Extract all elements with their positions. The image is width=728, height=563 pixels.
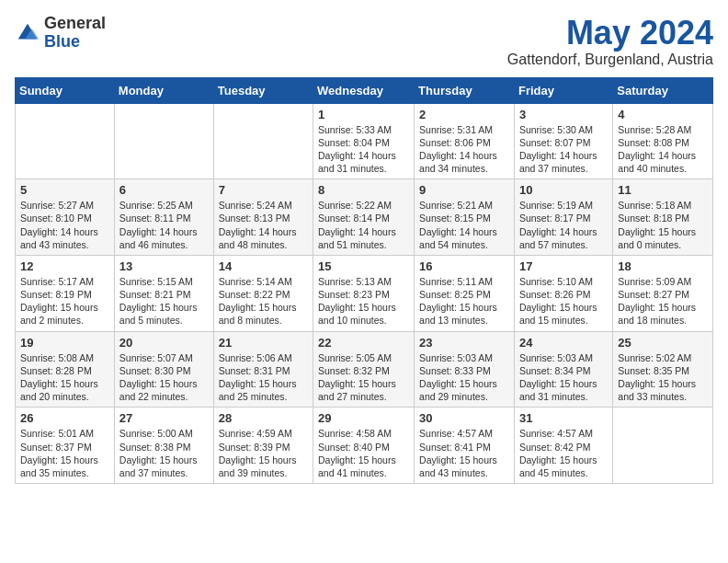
day-info: Sunrise: 5:01 AM Sunset: 8:37 PM Dayligh… [20,427,109,479]
day-info: Sunrise: 5:31 AM Sunset: 8:06 PM Dayligh… [419,123,509,176]
day-info: Sunrise: 5:06 AM Sunset: 8:31 PM Dayligh… [219,351,308,404]
calendar-cell: 11Sunrise: 5:18 AM Sunset: 8:18 PM Dayli… [613,179,713,256]
calendar-cell [213,103,313,179]
day-number: 23 [419,336,509,350]
day-info: Sunrise: 5:07 AM Sunset: 8:30 PM Dayligh… [119,351,209,404]
calendar-cell [613,408,713,484]
day-info: Sunrise: 5:27 AM Sunset: 8:10 PM Dayligh… [20,199,109,251]
day-info: Sunrise: 5:03 AM Sunset: 8:34 PM Dayligh… [519,351,608,404]
day-number: 16 [419,259,509,273]
day-number: 7 [219,183,308,197]
calendar-cell: 12Sunrise: 5:17 AM Sunset: 8:19 PM Dayli… [16,255,115,331]
day-info: Sunrise: 4:59 AM Sunset: 8:39 PM Dayligh… [219,427,308,479]
day-number: 17 [519,259,608,273]
calendar-cell: 9Sunrise: 5:21 AM Sunset: 8:15 PM Daylig… [415,179,515,256]
calendar-title: May 2024 [507,15,713,52]
day-number: 10 [519,183,608,197]
week-row-2: 5Sunrise: 5:27 AM Sunset: 8:10 PM Daylig… [16,179,713,256]
day-info: Sunrise: 5:13 AM Sunset: 8:23 PM Dayligh… [318,275,409,327]
calendar-cell: 31Sunrise: 4:57 AM Sunset: 8:42 PM Dayli… [514,408,612,484]
week-row-1: 1Sunrise: 5:33 AM Sunset: 8:04 PM Daylig… [16,103,713,179]
calendar-cell: 17Sunrise: 5:10 AM Sunset: 8:26 PM Dayli… [514,255,612,331]
calendar-table: SundayMondayTuesdayWednesdayThursdayFrid… [15,77,713,484]
day-number: 25 [618,336,708,350]
calendar-cell: 16Sunrise: 5:11 AM Sunset: 8:25 PM Dayli… [415,255,515,331]
week-row-5: 26Sunrise: 5:01 AM Sunset: 8:37 PM Dayli… [16,408,713,484]
calendar-cell: 28Sunrise: 4:59 AM Sunset: 8:39 PM Dayli… [213,408,313,484]
day-number: 18 [618,259,708,273]
calendar-cell: 22Sunrise: 5:05 AM Sunset: 8:32 PM Dayli… [313,331,415,408]
day-number: 8 [318,183,409,197]
day-info: Sunrise: 5:00 AM Sunset: 8:38 PM Dayligh… [119,427,209,479]
day-info: Sunrise: 5:03 AM Sunset: 8:33 PM Dayligh… [419,351,509,404]
day-number: 15 [318,259,409,273]
day-number: 30 [419,411,509,425]
day-info: Sunrise: 5:15 AM Sunset: 8:21 PM Dayligh… [119,275,209,327]
day-info: Sunrise: 5:11 AM Sunset: 8:25 PM Dayligh… [419,275,509,327]
calendar-cell: 26Sunrise: 5:01 AM Sunset: 8:37 PM Dayli… [16,408,115,484]
day-info: Sunrise: 4:57 AM Sunset: 8:42 PM Dayligh… [519,427,608,479]
day-number: 14 [219,259,308,273]
weekday-header-saturday: Saturday [613,77,713,103]
day-number: 29 [318,411,409,425]
day-number: 31 [519,411,608,425]
day-info: Sunrise: 5:17 AM Sunset: 8:19 PM Dayligh… [20,275,109,327]
day-number: 19 [20,336,109,350]
day-number: 28 [219,411,308,425]
day-info: Sunrise: 5:10 AM Sunset: 8:26 PM Dayligh… [519,275,608,327]
calendar-cell: 3Sunrise: 5:30 AM Sunset: 8:07 PM Daylig… [514,103,612,179]
day-info: Sunrise: 5:21 AM Sunset: 8:15 PM Dayligh… [419,199,509,251]
day-number: 3 [519,108,608,121]
day-info: Sunrise: 4:58 AM Sunset: 8:40 PM Dayligh… [318,427,409,479]
logo-blue-text: Blue [44,32,80,51]
day-info: Sunrise: 5:25 AM Sunset: 8:11 PM Dayligh… [119,199,209,251]
weekday-header-thursday: Thursday [415,77,515,103]
calendar-cell: 14Sunrise: 5:14 AM Sunset: 8:22 PM Dayli… [213,255,313,331]
day-number: 6 [119,183,209,197]
day-info: Sunrise: 5:24 AM Sunset: 8:13 PM Dayligh… [219,199,308,251]
logo-general-text: General [44,14,106,32]
day-number: 2 [419,108,509,121]
day-info: Sunrise: 5:08 AM Sunset: 8:28 PM Dayligh… [20,351,109,404]
calendar-cell: 6Sunrise: 5:25 AM Sunset: 8:11 PM Daylig… [114,179,213,256]
day-info: Sunrise: 5:14 AM Sunset: 8:22 PM Dayligh… [219,275,308,327]
week-row-3: 12Sunrise: 5:17 AM Sunset: 8:19 PM Dayli… [16,255,713,331]
day-number: 27 [119,411,209,425]
title-block: May 2024 Gattendorf, Burgenland, Austria [507,15,713,68]
day-info: Sunrise: 4:57 AM Sunset: 8:41 PM Dayligh… [419,427,509,479]
day-info: Sunrise: 5:09 AM Sunset: 8:27 PM Dayligh… [618,275,708,327]
calendar-cell: 5Sunrise: 5:27 AM Sunset: 8:10 PM Daylig… [16,179,115,256]
day-number: 20 [119,336,209,350]
calendar-cell: 23Sunrise: 5:03 AM Sunset: 8:33 PM Dayli… [415,331,515,408]
day-number: 9 [419,183,509,197]
day-info: Sunrise: 5:05 AM Sunset: 8:32 PM Dayligh… [318,351,409,404]
day-info: Sunrise: 5:22 AM Sunset: 8:14 PM Dayligh… [318,199,409,251]
calendar-cell: 15Sunrise: 5:13 AM Sunset: 8:23 PM Dayli… [313,255,415,331]
day-number: 26 [20,411,109,425]
calendar-cell: 21Sunrise: 5:06 AM Sunset: 8:31 PM Dayli… [213,331,313,408]
day-number: 5 [20,183,109,197]
day-number: 21 [219,336,308,350]
calendar-cell: 18Sunrise: 5:09 AM Sunset: 8:27 PM Dayli… [613,255,713,331]
day-number: 22 [318,336,409,350]
calendar-cell: 7Sunrise: 5:24 AM Sunset: 8:13 PM Daylig… [213,179,313,256]
calendar-cell: 24Sunrise: 5:03 AM Sunset: 8:34 PM Dayli… [514,331,612,408]
calendar-cell: 2Sunrise: 5:31 AM Sunset: 8:06 PM Daylig… [415,103,515,179]
logo-icon [15,20,40,46]
page-header: General Blue May 2024 Gattendorf, Burgen… [15,15,713,68]
weekday-header-friday: Friday [514,77,612,103]
calendar-cell: 10Sunrise: 5:19 AM Sunset: 8:17 PM Dayli… [514,179,612,256]
calendar-cell [114,103,213,179]
calendar-cell: 1Sunrise: 5:33 AM Sunset: 8:04 PM Daylig… [313,103,415,179]
day-number: 11 [618,183,708,197]
calendar-cell: 8Sunrise: 5:22 AM Sunset: 8:14 PM Daylig… [313,179,415,256]
day-info: Sunrise: 5:02 AM Sunset: 8:35 PM Dayligh… [618,351,708,404]
calendar-location: Gattendorf, Burgenland, Austria [507,52,713,68]
calendar-cell: 30Sunrise: 4:57 AM Sunset: 8:41 PM Dayli… [415,408,515,484]
day-number: 12 [20,259,109,273]
calendar-cell: 19Sunrise: 5:08 AM Sunset: 8:28 PM Dayli… [16,331,115,408]
calendar-cell: 4Sunrise: 5:28 AM Sunset: 8:08 PM Daylig… [613,103,713,179]
logo: General Blue [15,15,106,52]
weekday-header-wednesday: Wednesday [313,77,415,103]
day-info: Sunrise: 5:28 AM Sunset: 8:08 PM Dayligh… [618,123,708,176]
